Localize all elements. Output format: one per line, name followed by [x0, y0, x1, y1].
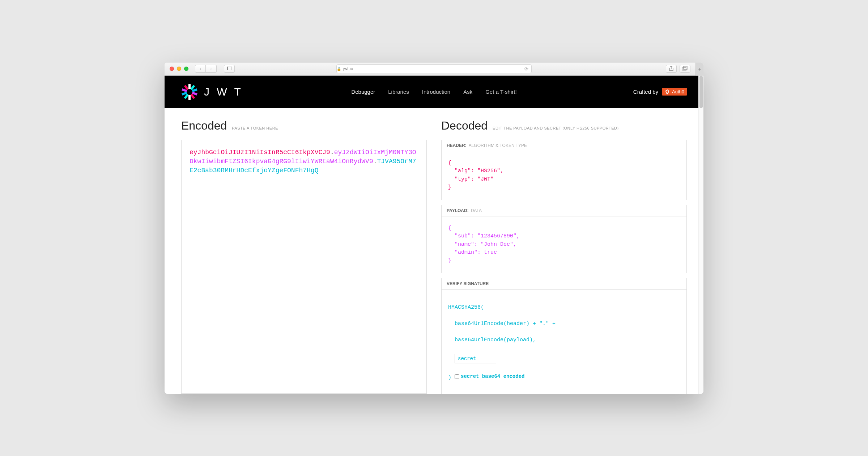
address-bar-host: jwt.io [343, 66, 353, 71]
encoded-hint: PASTE A TOKEN HERE [232, 126, 278, 130]
sig-line-1: HMACSHA256( [448, 304, 680, 312]
sidebar-icon [227, 67, 232, 71]
auth0-icon [665, 89, 670, 94]
svg-rect-4 [188, 84, 191, 89]
browser-window: ‹ › 🔒 jwt.io ⟳ + [165, 63, 703, 394]
nav-tshirt[interactable]: Get a T-shirt! [485, 89, 516, 95]
token-dot: . [373, 158, 377, 165]
main-nav: Debugger Libraries Introduction Ask Get … [351, 89, 516, 95]
share-button[interactable] [666, 65, 677, 73]
secret-base64-checkbox[interactable] [455, 374, 459, 379]
decoded-signature-body: HMACSHA256( base64UrlEncode(header) + ".… [441, 290, 687, 394]
decoded-hint: EDIT THE PAYLOAD AND SECRET (ONLY HS256 … [493, 126, 619, 130]
decoded-header-editor[interactable]: { "alg": "HS256", "typ": "JWT" } [441, 151, 687, 200]
nav-introduction[interactable]: Introduction [422, 89, 450, 95]
decoded-header-label-strong: HEADER: [447, 143, 467, 148]
browser-titlebar: ‹ › 🔒 jwt.io ⟳ + [165, 63, 703, 76]
decoded-payload-label-sub: DATA [471, 208, 482, 213]
window-minimize-button[interactable] [177, 67, 181, 71]
page-scrollbar-thumb[interactable] [699, 76, 703, 108]
chevron-right-icon: › [210, 66, 212, 71]
titlebar-right-buttons [666, 65, 690, 73]
sig-close-paren: ) [448, 375, 451, 381]
encoded-title: Encoded [181, 119, 227, 132]
decoded-column: Decoded EDIT THE PAYLOAD AND SECRET (ONL… [441, 119, 687, 394]
reload-icon[interactable]: ⟳ [524, 66, 528, 72]
traffic-lights [170, 67, 188, 71]
lock-icon: 🔒 [337, 67, 341, 71]
sidebar-toggle-button[interactable] [224, 65, 235, 73]
encoded-token-input[interactable]: eyJhbGciOiJIUzI1NiIsInR5cCI6IkpXVCJ9.eyJ… [181, 140, 427, 394]
decoded-signature-label: VERIFY SIGNATURE [441, 278, 687, 290]
secret-base64-label[interactable]: secret base64 encoded [455, 373, 524, 380]
nav-libraries[interactable]: Libraries [388, 89, 409, 95]
sig-line-2: base64UrlEncode(header) + "." + [448, 320, 680, 328]
nav-arrows: ‹ › [195, 65, 217, 73]
token-header-segment: eyJhbGciOiJIUzI1NiIsInR5cCI6IkpXVCJ9 [190, 149, 330, 156]
back-button[interactable]: ‹ [195, 65, 206, 73]
nav-ask[interactable]: Ask [463, 89, 472, 95]
decoded-signature-label-strong: VERIFY SIGNATURE [447, 281, 489, 286]
main-content: Encoded PASTE A TOKEN HERE eyJhbGciOiJIU… [165, 108, 703, 394]
nav-debugger[interactable]: Debugger [351, 89, 375, 95]
decoded-header-label: HEADER: ALGORITHM & TOKEN TYPE [441, 140, 687, 151]
decoded-title: Decoded [441, 119, 488, 132]
svg-rect-5 [188, 95, 191, 100]
token-dot: . [330, 149, 334, 156]
svg-rect-1 [227, 67, 228, 70]
secret-input[interactable] [455, 354, 496, 363]
decoded-payload-editor[interactable]: { "sub": "1234567890", "name": "John Doe… [441, 216, 687, 274]
decoded-payload-label: PAYLOAD: DATA [441, 205, 687, 216]
encoded-column: Encoded PASTE A TOKEN HERE eyJhbGciOiJIU… [181, 119, 427, 394]
site-logo[interactable]: J W T [181, 83, 243, 101]
decoded-title-row: Decoded EDIT THE PAYLOAD AND SECRET (ONL… [441, 119, 687, 132]
encoded-title-row: Encoded PASTE A TOKEN HERE [181, 119, 427, 132]
address-bar[interactable]: 🔒 jwt.io ⟳ [336, 64, 532, 73]
chevron-left-icon: ‹ [200, 66, 201, 71]
sig-line-3: base64UrlEncode(payload), [448, 336, 680, 345]
window-close-button[interactable] [170, 67, 174, 71]
page-scrollbar[interactable] [698, 76, 703, 394]
auth0-label: Auth0 [672, 89, 684, 94]
tabs-icon [682, 66, 688, 72]
decoded-sections: HEADER: ALGORITHM & TOKEN TYPE { "alg": … [441, 140, 687, 394]
auth0-badge[interactable]: Auth0 [662, 88, 687, 96]
window-maximize-button[interactable] [184, 67, 188, 71]
decoded-payload-label-strong: PAYLOAD: [447, 208, 469, 213]
svg-rect-3 [684, 66, 687, 69]
tabs-button[interactable] [680, 65, 690, 73]
site-header: J W T Debugger Libraries Introduction As… [165, 76, 703, 108]
crafted-by-label: Crafted by [633, 89, 658, 95]
jwt-logo-icon [181, 83, 198, 101]
share-icon [669, 66, 673, 72]
plus-icon: + [698, 66, 701, 72]
svg-rect-2 [682, 67, 686, 71]
new-tab-button[interactable]: + [695, 63, 703, 76]
site-logo-text: J W T [204, 86, 243, 98]
forward-button[interactable]: › [206, 65, 217, 73]
secret-base64-text: secret base64 encoded [461, 373, 524, 380]
decoded-header-label-sub: ALGORITHM & TOKEN TYPE [469, 143, 527, 148]
crafted-by: Crafted by Auth0 [633, 88, 687, 96]
